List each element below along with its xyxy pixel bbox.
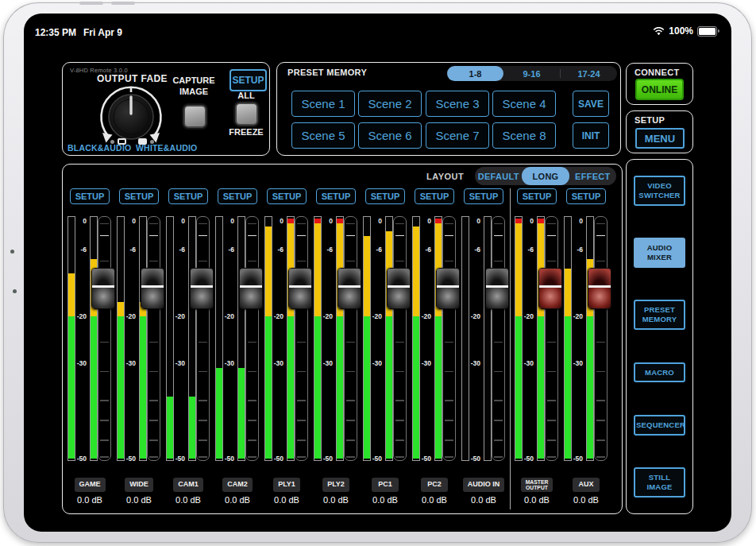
fader-track-master-output[interactable]	[545, 216, 558, 461]
setup-button-aux[interactable]: SETUP	[566, 188, 606, 204]
scene-8-button[interactable]: Scene 8	[492, 122, 556, 149]
fader-track-pc2[interactable]	[442, 216, 456, 461]
level-meter-right	[537, 216, 545, 461]
scene-4-button[interactable]: Scene 4	[492, 91, 556, 117]
meter-zone: 0-6-20-30-50	[65, 216, 114, 461]
layout-label: LAYOUT	[426, 172, 464, 181]
fader-track-ply1[interactable]	[295, 216, 308, 461]
meter-zone: 0-6-20-30-50	[114, 216, 164, 461]
status-time: 12:35 PM	[35, 27, 76, 38]
fader-knob-audio-in[interactable]	[485, 268, 509, 309]
fader-knob-cam1[interactable]	[190, 268, 214, 309]
fader-knob-cam2[interactable]	[239, 268, 263, 309]
scale-tick-label: -30	[318, 359, 333, 367]
fader-knob-aux[interactable]	[588, 268, 611, 309]
preset-bank-tabs: 1-8 9-16 17-24	[447, 66, 617, 81]
scale-tick-label: -50	[268, 455, 284, 463]
fader-knob-ply2[interactable]	[338, 268, 361, 309]
layout-tab-long[interactable]: LONG	[522, 167, 569, 185]
black-audio-label: BLACK&AUDIO	[68, 143, 131, 153]
fader-track-audio-in[interactable]	[492, 216, 505, 461]
capture-image-button[interactable]	[183, 105, 206, 128]
scene-2-button[interactable]: Scene 2	[358, 91, 422, 117]
channel-name-ply2: PLY2	[322, 478, 349, 492]
fader-knob-wide[interactable]	[141, 268, 164, 309]
channel-level-cam1: 0.0 dB	[176, 495, 201, 505]
nav-still-image-button[interactable]: STILL IMAGE	[634, 467, 685, 498]
scale-tick-label: -30	[568, 359, 583, 367]
channel-level-ply1: 0.0 dB	[274, 495, 299, 505]
nav-audio-mixer-button[interactable]: AUDIO MIXER	[634, 238, 685, 268]
sensor-dot	[13, 289, 17, 293]
scale-tick-label: -20	[268, 312, 284, 320]
channel-level-game: 0.0 dB	[77, 495, 102, 505]
setup-button-wide[interactable]: SETUP	[119, 188, 159, 204]
channel-strip-pc1: SETUP 0-6-20-30-50 PC1 0.0 dB	[361, 188, 410, 509]
setup-button-ply1[interactable]: SETUP	[267, 188, 307, 204]
setup-button-audio-in[interactable]: SETUP	[464, 188, 503, 204]
setup-button-pc2[interactable]: SETUP	[415, 188, 454, 204]
setup-title: SETUP	[634, 115, 665, 125]
scene-5-button[interactable]: Scene 5	[291, 122, 355, 149]
level-meter-right	[188, 216, 196, 461]
setup-button-pc1[interactable]: SETUP	[365, 188, 405, 204]
scene-3-button[interactable]: Scene 3	[426, 91, 489, 117]
nav-preset-memory-button[interactable]: PRESETMEMORY	[634, 300, 685, 330]
scene-7-button[interactable]: Scene 7	[426, 122, 489, 149]
scale-tick-label: 0	[121, 217, 136, 225]
bank-tab-9-16[interactable]: 9-16	[503, 66, 560, 81]
fader-track-game[interactable]	[98, 216, 111, 461]
nav-sequencer-button[interactable]: SEQUENCER	[634, 415, 685, 436]
all-freeze-button[interactable]	[235, 103, 258, 126]
scene-6-button[interactable]: Scene 6	[358, 122, 422, 149]
channel-level-ply2: 0.0 dB	[323, 495, 349, 505]
fade-setup-button[interactable]: SETUP	[230, 69, 267, 91]
scale-tick-label: 0	[219, 217, 234, 225]
layout-tab-default[interactable]: DEFAULT	[475, 167, 522, 185]
save-button[interactable]: SAVE	[573, 91, 609, 117]
scale-tick-label: -20	[465, 312, 480, 320]
bank-tab-1-8[interactable]: 1-8	[447, 66, 503, 81]
meter-zone: 0-6-20-30-50	[262, 216, 311, 461]
menu-button[interactable]: MENU	[635, 128, 685, 149]
fader-track-wide[interactable]	[147, 216, 160, 461]
setup-button-ply2[interactable]: SETUP	[316, 188, 356, 204]
fader-knob-pc2[interactable]	[436, 268, 460, 309]
level-meter-right	[139, 216, 147, 461]
layout-tabs: DEFAULT LONG EFFECT	[475, 167, 616, 185]
fader-track-aux[interactable]	[594, 216, 608, 461]
volume-button-1	[79, 2, 103, 5]
scale-tick-label: -6	[170, 246, 185, 254]
scale-tick-label: -6	[71, 246, 87, 254]
init-button[interactable]: INIT	[573, 122, 609, 149]
setup-button-master-output[interactable]: SETUP	[517, 188, 557, 204]
channel-strip-ply2: SETUP 0-6-20-30-50 PLY2 0.0 dB	[311, 188, 361, 509]
fader-knob-game[interactable]	[91, 268, 115, 309]
scale-tick-label: -50	[71, 455, 87, 463]
scene-1-button[interactable]: Scene 1	[291, 91, 355, 117]
online-button[interactable]: ONLINE	[635, 79, 684, 100]
fader-track-pc1[interactable]	[393, 216, 407, 461]
setup-button-game[interactable]: SETUP	[70, 188, 110, 204]
fader-knob-master-output[interactable]	[538, 268, 562, 309]
front-camera-dot	[10, 250, 14, 254]
layout-tab-effect[interactable]: EFFECT	[569, 167, 616, 185]
fader-knob-pc1[interactable]	[387, 268, 411, 309]
volume-button-2	[111, 2, 135, 5]
level-meter-right	[237, 216, 245, 461]
scale-tick-label: 0	[367, 217, 382, 225]
channel-strip-cam1: SETUP 0-6-20-30-50 CAM1 0.0 dB	[164, 188, 213, 509]
nav-video-switcher-button[interactable]: VIDEOSWITCHER	[634, 176, 685, 206]
scale-tick-label: -6	[465, 246, 480, 254]
connect-title: CONNECT	[634, 68, 680, 77]
scale-tick-label: -20	[367, 312, 382, 320]
scale-tick-label: -6	[121, 246, 136, 254]
setup-button-cam1[interactable]: SETUP	[168, 188, 208, 204]
nav-macro-button[interactable]: MACRO	[634, 362, 685, 383]
fader-track-ply2[interactable]	[344, 216, 357, 461]
fader-track-cam1[interactable]	[196, 216, 210, 461]
bank-tab-17-24[interactable]: 17-24	[561, 66, 617, 81]
setup-button-cam2[interactable]: SETUP	[218, 188, 257, 204]
fader-knob-ply1[interactable]	[288, 268, 312, 309]
fader-track-cam2[interactable]	[245, 216, 259, 461]
